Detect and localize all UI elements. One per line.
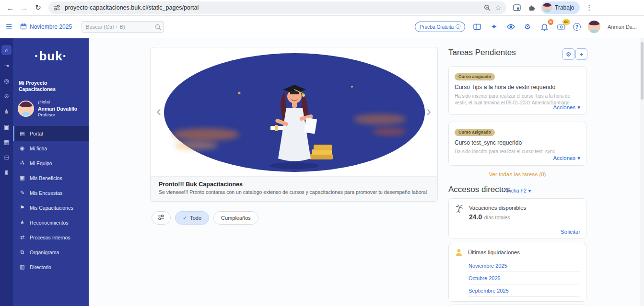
sidebar-item-mis-capacitaciones[interactable]: ⚑ Mis Capacitaciones [13, 200, 89, 215]
sidebar-user-card[interactable]: ¡Hola! Anmari Davalillo Profesor [18, 99, 85, 118]
gear-icon[interactable]: ⚙ [523, 22, 532, 32]
buk-logo: ·buk· [13, 38, 89, 64]
vacations-card: Vacaciones disponibles 24.0 días totales… [448, 198, 586, 238]
clock-icon[interactable]: ⊙ [1, 91, 12, 101]
sidebar-item-procesos-internos[interactable]: ⇄ Procesos Internos [13, 230, 89, 245]
task-title: Curso Tips a la hora de vestir requerido [455, 84, 580, 91]
trial-label: Prueba Gratuita [420, 24, 454, 30]
payslips-card: Últimas liquidaciones Noviembre 2025 Oct… [448, 243, 586, 302]
hamburger-menu-icon[interactable]: ☰ [6, 23, 15, 31]
url-text: proyecto-capacitaciones.buk.cl/static_pa… [65, 4, 480, 11]
info-icon: ⓘ [456, 23, 460, 30]
sidebar-item-label: Mis Capacitaciones [30, 205, 73, 211]
payslip-link[interactable]: Septiembre 2025 [468, 284, 580, 297]
eye-icon[interactable] [506, 22, 515, 32]
tasks-settings-button[interactable]: ⚙ [562, 48, 574, 60]
reload-icon[interactable]: ↻ [32, 1, 45, 14]
topbar-actions: Prueba Gratuita ⓘ ✦ ⚙ 8 60 ? Anmari Da..… [415, 21, 638, 33]
team-icon: ⁂ [19, 160, 25, 166]
calendar-icon [20, 23, 27, 31]
network-icon[interactable]: ⋔ [1, 106, 12, 116]
carousel-subtitle: Se vieneee!!! Pronto contaras con un cat… [159, 189, 429, 195]
credits-count-badge: 60 [562, 19, 570, 25]
briefcase-icon[interactable]: ▣ [1, 122, 12, 132]
ficha-selector[interactable]: Ficha F2 ▾ [507, 188, 531, 193]
sidebar-item-mis-encuestas[interactable]: ✎ Mis Encuestas [13, 185, 89, 200]
benefits-icon: ▣ [19, 175, 25, 181]
folder-icon[interactable]: ⊟ [1, 152, 12, 162]
see-all-tasks-link[interactable]: Ver todas las tareas (8) [448, 171, 586, 177]
module-rail: ⌂ ⇥ ◎ ⊙ ⋔ ▣ ▦ ⊟ ♜ [0, 38, 13, 306]
person-icon [455, 248, 463, 259]
address-bar[interactable]: proyecto-capacitaciones.buk.cl/static_pa… [48, 1, 506, 14]
apps-icon[interactable]: ▦ [1, 137, 12, 147]
task-actions-dropdown[interactable]: Acciones ▾ [553, 155, 580, 161]
task-card: Curso asignado Curso Tips a la hora de v… [448, 66, 586, 115]
browser-menu-icon[interactable]: ⋮ [583, 1, 596, 14]
carousel-prev-button[interactable]: ‹ [156, 104, 161, 118]
request-vacation-link[interactable]: Solicitar [561, 229, 580, 235]
task-actions-dropdown[interactable]: Acciones ▾ [553, 104, 580, 111]
sidebar-menu: ▤ Portal ◉ Mi ficha ⁂ Mi Equipo ▣ Mis Be… [13, 126, 89, 274]
sidebar-item-label: Mi Equipo [30, 160, 52, 166]
sidebar-item-label: Organigrama [30, 249, 59, 255]
search-icon[interactable] [155, 23, 161, 32]
help-icon[interactable]: ? [573, 23, 581, 31]
extensions-puzzle-icon[interactable] [525, 1, 538, 14]
logout-icon[interactable]: ⇥ [1, 60, 12, 70]
payslips-title: Últimas liquidaciones [468, 248, 520, 255]
tune-icon [158, 214, 164, 222]
zoom-level-icon[interactable] [484, 4, 491, 11]
task-badge: Curso asignado [455, 129, 495, 136]
filter-settings-button[interactable] [152, 211, 171, 225]
sparkle-icon[interactable]: ✦ [489, 22, 499, 32]
media-controls-icon[interactable] [510, 1, 524, 14]
scrollbar-thumb[interactable] [641, 42, 644, 100]
orgchart-icon: ⧉ [19, 249, 25, 255]
processes-icon: ⇄ [19, 234, 25, 240]
notifications-count-badge: 8 [548, 19, 553, 25]
sidebar-item-mis-beneficios[interactable]: ▣ Mis Beneficios [13, 170, 89, 185]
surveys-icon: ✎ [19, 190, 25, 196]
task-actions-label: Acciones [553, 155, 576, 161]
filter-todo-pill[interactable]: ✓ Todo [175, 211, 209, 225]
tasks-add-button[interactable]: + [575, 48, 587, 60]
page-scrollbar[interactable] [640, 38, 644, 306]
site-info-icon[interactable] [54, 4, 60, 11]
record-icon[interactable]: ◎ [1, 76, 12, 86]
payslip-link[interactable]: Noviembre 2025 [468, 260, 580, 272]
company-name: Mi Proyecto Capacitaciones [19, 80, 84, 92]
sidebar-item-mi-ficha[interactable]: ◉ Mi ficha [13, 141, 89, 156]
credits-icon[interactable]: 60 [556, 22, 566, 32]
user-avatar[interactable] [588, 21, 600, 33]
home-icon[interactable]: ⌂ [1, 45, 12, 55]
sidebar-avatar [18, 101, 34, 117]
panel-icon[interactable] [472, 22, 482, 32]
sidebar-item-directorio[interactable]: ▥ Directorio [13, 260, 89, 274]
sidebar-item-label: Mis Encuestas [30, 190, 62, 196]
bell-icon[interactable]: 8 [539, 22, 549, 32]
period-selector[interactable]: Noviembre 2025 [20, 23, 72, 31]
sidebar-item-reconocimientos[interactable]: ★ Reconocimientos [13, 215, 89, 230]
sidebar-item-mi-equipo[interactable]: ⁂ Mi Equipo [13, 156, 89, 170]
sidebar-item-label: Mis Beneficios [30, 175, 62, 181]
payslips-list: Noviembre 2025 Octubre 2025 Septiembre 2… [468, 260, 580, 297]
carousel-next-button[interactable]: › [426, 104, 431, 118]
directory-icon: ▥ [19, 264, 25, 270]
vacations-days-unit: días totales [484, 215, 510, 220]
carousel-caption: Pronto!!! Buk Capacitaciones Se vieneee!… [151, 176, 437, 201]
payslip-link[interactable]: Octubre 2025 [468, 272, 580, 284]
global-search [82, 21, 164, 33]
filter-birthdays-pill[interactable]: Cumpleaños [213, 211, 258, 225]
global-search-input[interactable] [82, 21, 164, 33]
sidebar-item-portal[interactable]: ▤ Portal [13, 126, 89, 141]
sidebar-item-organigrama[interactable]: ⧉ Organigrama [13, 245, 89, 260]
forward-icon[interactable]: → [18, 1, 31, 14]
bookmark-star-icon[interactable]: ☆ [495, 4, 501, 11]
back-icon[interactable]: ← [4, 1, 17, 14]
bank-icon[interactable]: ♜ [1, 168, 12, 178]
browser-profile-chip[interactable]: Trabajo [541, 1, 580, 14]
trial-badge[interactable]: Prueba Gratuita ⓘ [415, 22, 465, 32]
recognition-icon: ★ [19, 219, 25, 226]
feed-filters: ✓ Todo Cumpleaños [152, 211, 258, 225]
